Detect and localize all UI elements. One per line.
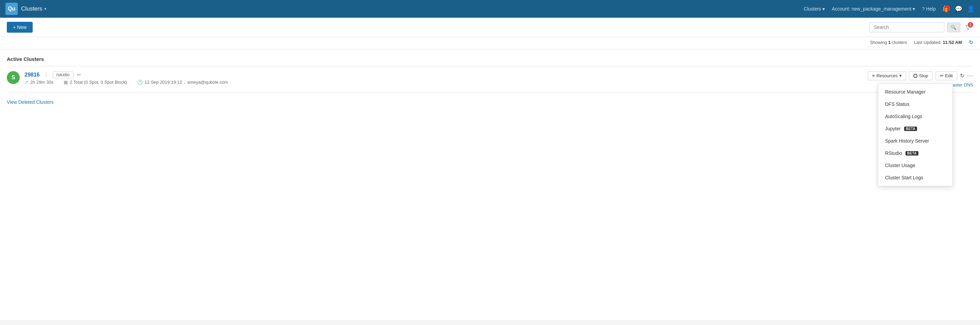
dropdown-label-spark-history: Spark History Server bbox=[885, 138, 929, 143]
cluster-edit-icon[interactable]: ✏ bbox=[77, 72, 81, 78]
nav-account[interactable]: Account: new_package_management ▾ bbox=[832, 6, 915, 11]
dropdown-label-jupyter: Jupyter bbox=[885, 126, 901, 131]
rstudio-beta-badge: BETA bbox=[905, 151, 918, 156]
user-icon[interactable]: 👤 bbox=[967, 5, 975, 13]
header-chevron-icon: ▾ bbox=[44, 6, 46, 11]
dropdown-label-cluster-start-logs: Cluster Start Logs bbox=[885, 175, 923, 180]
cluster-avatar: S bbox=[7, 71, 20, 84]
edit-pencil-icon: ✏ bbox=[940, 73, 943, 78]
dropdown-label-rstudio: RStudio bbox=[885, 150, 902, 156]
nodes-icon: ▦ bbox=[64, 80, 68, 85]
nav-clusters-chevron: ▾ bbox=[822, 6, 825, 11]
dropdown-item-resource-manager[interactable]: Resource Manager bbox=[878, 86, 953, 98]
view-deleted-link[interactable]: View Deleted Clusters bbox=[7, 99, 53, 105]
more-dots-icon: ··· bbox=[967, 72, 973, 79]
dropdown-item-cluster-usage[interactable]: Cluster Usage bbox=[878, 159, 953, 172]
dropdown-label-autoscaling-logs: AutoScaling Logs bbox=[885, 114, 922, 119]
cluster-uptime: ↗ 2h 29m 30s bbox=[24, 80, 53, 85]
nav-account-chevron: ▾ bbox=[913, 6, 915, 11]
search-container: 🔍 ▽ 1 bbox=[869, 22, 973, 32]
last-updated: Last Updated: 11:52 AM bbox=[914, 40, 962, 45]
main-content: Active Clusters S 29816 ⋮ rstudio ✏ ↗ 2h… bbox=[0, 49, 980, 320]
cluster-count: 1 bbox=[888, 40, 891, 45]
cluster-nodes-value: 2 Total (0 Spot, 0 Spot Block) bbox=[70, 80, 127, 85]
resources-button[interactable]: ≡ Resources ▾ bbox=[868, 71, 906, 80]
resources-label: Resources bbox=[877, 73, 898, 78]
clock-icon: 🕐 bbox=[137, 80, 143, 85]
row-refresh-button[interactable]: ↻ bbox=[960, 72, 964, 79]
cluster-list: S 29816 ⋮ rstudio ✏ ↗ 2h 29m 30s ▦ 2 Tot… bbox=[7, 66, 973, 92]
search-icon: 🔍 bbox=[951, 25, 956, 30]
filter-button[interactable]: ▽ 1 bbox=[963, 22, 973, 32]
cluster-info: 29816 ⋮ rstudio ✏ ↗ 2h 29m 30s ▦ 2 Total… bbox=[24, 71, 868, 85]
stop-button[interactable]: Stop bbox=[909, 71, 933, 80]
edit-button[interactable]: ✏ Edit bbox=[935, 71, 957, 80]
refresh-icon[interactable]: ↻ bbox=[969, 39, 973, 46]
stop-label: Stop bbox=[919, 73, 928, 78]
edit-label: Edit bbox=[945, 73, 953, 78]
cluster-actions: ≡ Resources ▾ Stop ✏ Edit ↻ bbox=[868, 71, 973, 80]
logo-area[interactable]: Qu Clusters ▾ bbox=[5, 3, 46, 15]
dropdown-label-dfs-status: DFS Status bbox=[885, 101, 910, 107]
dropdown-label-cluster-usage: Cluster Usage bbox=[885, 162, 915, 168]
cluster-created: 🕐 12 Sep 2019 19:12, ameya@qubole.com bbox=[137, 80, 228, 85]
chat-icon[interactable]: 💬 bbox=[955, 5, 962, 13]
status-bar: Showing 1 clusters Last Updated: 11:52 A… bbox=[0, 37, 980, 49]
logo-box: Qu bbox=[5, 3, 18, 15]
toolbar: + New 🔍 ▽ 1 bbox=[0, 18, 980, 37]
header-icons: 🎁 💬 👤 bbox=[943, 5, 975, 13]
help-question-icon: ? bbox=[922, 6, 924, 11]
table-row: S 29816 ⋮ rstudio ✏ ↗ 2h 29m 30s ▦ 2 Tot… bbox=[7, 66, 973, 92]
showing-text: Showing 1 clusters bbox=[870, 40, 907, 45]
dropdown-item-spark-history[interactable]: Spark History Server bbox=[878, 135, 953, 147]
dropdown-item-jupyter[interactable]: Jupyter BETA bbox=[878, 123, 953, 135]
resources-chevron-icon: ▾ bbox=[899, 73, 902, 78]
nav-help[interactable]: ? Help bbox=[922, 6, 936, 11]
app-header: Qu Clusters ▾ Clusters ▾ Account: new_pa… bbox=[0, 0, 980, 18]
filter-badge: 1 bbox=[968, 22, 973, 27]
dropdown-item-dfs-status[interactable]: DFS Status bbox=[878, 98, 953, 110]
cluster-creator: ameya@qubole.com bbox=[188, 80, 228, 85]
dropdown-item-autoscaling-logs[interactable]: AutoScaling Logs bbox=[878, 110, 953, 123]
header-title: Clusters bbox=[21, 5, 42, 12]
cluster-header-row: 29816 ⋮ rstudio ✏ bbox=[24, 71, 868, 78]
resources-dropdown: Resource Manager DFS Status AutoScaling … bbox=[878, 83, 953, 186]
nav-account-label: Account: new_package_management bbox=[832, 6, 911, 11]
gift-icon[interactable]: 🎁 bbox=[943, 5, 950, 13]
last-updated-time: 11:52 AM bbox=[943, 40, 962, 45]
dropdown-item-cluster-start-logs[interactable]: Cluster Start Logs bbox=[878, 172, 953, 184]
cluster-details-row: ↗ 2h 29m 30s ▦ 2 Total (0 Spot, 0 Spot B… bbox=[24, 80, 868, 85]
nav-help-label: Help bbox=[926, 6, 936, 11]
cluster-tag: rstudio bbox=[53, 71, 73, 78]
more-options-button[interactable]: ··· bbox=[967, 72, 973, 79]
search-button[interactable]: 🔍 bbox=[947, 22, 960, 32]
cluster-id[interactable]: 29816 bbox=[24, 72, 40, 78]
cluster-tag-dots[interactable]: ⋮ bbox=[43, 72, 49, 78]
jupyter-beta-badge: BETA bbox=[904, 127, 917, 131]
resources-icon: ≡ bbox=[872, 73, 875, 78]
stop-circle-icon bbox=[913, 74, 917, 78]
cluster-date: 12 Sep 2019 19:12 bbox=[145, 80, 182, 85]
cluster-nodes: ▦ 2 Total (0 Spot, 0 Spot Block) bbox=[64, 80, 127, 85]
nav-clusters-label: Clusters bbox=[804, 6, 821, 11]
dropdown-label-resource-manager: Resource Manager bbox=[885, 89, 926, 95]
nav-clusters[interactable]: Clusters ▾ bbox=[804, 6, 825, 11]
header-nav: Clusters ▾ Account: new_package_manageme… bbox=[804, 6, 936, 11]
search-input[interactable] bbox=[869, 22, 944, 32]
new-button[interactable]: + New bbox=[7, 22, 33, 33]
active-clusters-title: Active Clusters bbox=[7, 56, 973, 62]
row-refresh-icon: ↻ bbox=[960, 73, 964, 79]
uptime-icon: ↗ bbox=[24, 80, 28, 85]
dropdown-item-rstudio[interactable]: RStudio BETA bbox=[878, 147, 953, 159]
cluster-uptime-value: 2h 29m 30s bbox=[30, 80, 53, 85]
